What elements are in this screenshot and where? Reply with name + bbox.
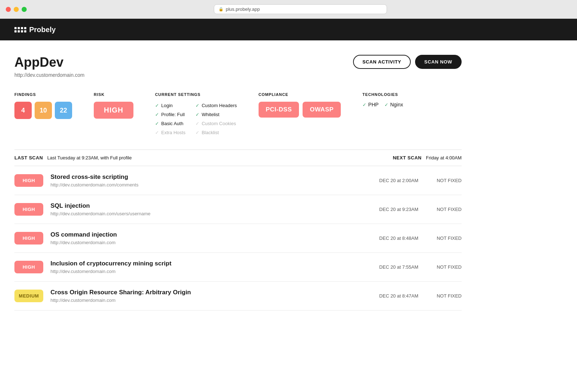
findings-low-badge: 22 [55,102,72,119]
current-settings-section: CURRENT SETTINGS ✓ Login ✓ Custom Header… [155,92,237,136]
scan-now-button[interactable]: SCAN NOW [415,55,462,69]
pci-dss-badge[interactable]: PCI-DSS [259,102,299,118]
finding-info: OS command injection http://dev.customer… [50,231,353,245]
finding-title: Cross Origin Resource Sharing: Arbitrary… [50,289,353,296]
risk-label: RISK [94,92,133,97]
setting-blacklist: ✓ Blacklist [195,129,237,136]
compliance-badges: PCI-DSS OWASP [259,102,341,118]
compliance-label: COMPLIANCE [259,92,341,97]
finding-date: DEC 20 at 7:55AM [361,264,418,270]
findings-list: HIGH Stored cross-site scripting http://… [14,166,462,310]
tech-nginx: ✓ Nginx [384,102,403,107]
finding-title: Stored cross-site scripting [50,173,353,181]
finding-info: Cross Origin Resource Sharing: Arbitrary… [50,289,353,303]
technologies-section: TECHNOLOGIES ✓ PHP ✓ Nginx [362,92,403,107]
finding-date: DEC 20 at 8:48AM [361,235,418,241]
finding-url: http://dev.customerdomain.com [50,269,353,274]
findings-high-badge: 4 [14,102,32,119]
header-actions: SCAN ACTIVITY SCAN NOW [353,55,462,69]
finding-status: NOT FIXED [426,293,462,299]
finding-title: OS command injection [50,231,353,238]
finding-url: http://dev.customerdomain.com [50,240,353,245]
findings-section: FINDINGS 4 10 22 [14,92,72,119]
check-icon: ✓ [362,102,366,107]
setting-extra-hosts: ✓ Extra Hosts [155,129,185,136]
check-icon: ✓ [155,112,159,117]
check-icon-disabled: ✓ [195,121,199,126]
top-nav: Probely [0,19,577,40]
last-scan-label: LAST SCAN [14,155,43,160]
logo[interactable]: Probely [14,26,56,34]
logo-icon [14,27,26,32]
minimize-button[interactable] [14,7,19,12]
finding-date: DEC 20 at 2:00AM [361,178,418,183]
stats-row: FINDINGS 4 10 22 RISK HIGH CURRENT SETTI… [14,92,462,136]
finding-row[interactable]: HIGH Inclusion of cryptocurrency mining … [14,253,462,282]
check-icon: ✓ [155,121,159,126]
risk-badge: HIGH [94,102,133,119]
risk-section: RISK HIGH [94,92,133,119]
lock-icon: 🔒 [219,7,224,12]
page-title: AppDev [14,55,84,70]
finding-date: DEC 20 at 8:47AM [361,293,418,299]
url-text: plus.probely.app [226,6,260,12]
technologies-label: TECHNOLOGIES [362,92,403,97]
check-icon: ✓ [195,103,199,108]
last-scan-value: Last Tuesday at 9:23AM, with Full profil… [47,155,132,160]
setting-profile-full: ✓ Profile: Full [155,111,185,118]
owasp-badge[interactable]: OWASP [303,102,341,118]
finding-title: SQL injection [50,202,353,210]
finding-row[interactable]: HIGH OS command injection http://dev.cus… [14,224,462,253]
finding-url: http://dev.customerdomain.com/users/user… [50,211,353,216]
finding-url: http://dev.customerdomain.com/comments [50,182,353,188]
current-settings-label: CURRENT SETTINGS [155,92,237,97]
check-icon: ✓ [384,102,388,107]
logo-text: Probely [29,26,56,34]
finding-status: NOT FIXED [426,235,462,241]
tech-php: ✓ PHP [362,102,379,107]
finding-info: Inclusion of cryptocurrency mining scrip… [50,260,353,274]
severity-badge: HIGH [14,203,43,216]
setting-custom-cookies: ✓ Custom Cookies [195,120,237,127]
next-scan-value: Friday at 4:00AM [426,155,462,160]
severity-badge: HIGH [14,232,43,245]
severity-badge: HIGH [14,174,43,187]
setting-whitelist: ✓ Whitelist [195,111,237,118]
finding-status: NOT FIXED [426,264,462,270]
check-icon-disabled: ✓ [155,130,159,135]
check-icon: ✓ [195,112,199,117]
window-chrome: 🔒 plus.probely.app [0,0,577,19]
address-bar[interactable]: 🔒 plus.probely.app [214,4,387,14]
severity-badge: HIGH [14,261,43,273]
check-icon: ✓ [155,103,159,108]
scan-activity-button[interactable]: SCAN ACTIVITY [353,55,411,69]
main-content: AppDev http://dev.customerdomain.com SCA… [0,40,476,325]
next-scan-info: NEXT SCAN Friday at 4:00AM [393,155,462,160]
settings-grid: ✓ Login ✓ Custom Headers ✓ Profile: Full… [155,102,237,136]
severity-badge: MEDIUM [14,290,43,302]
close-button[interactable] [6,7,11,12]
findings-medium-badge: 10 [35,102,52,119]
finding-title: Inclusion of cryptocurrency mining scrip… [50,260,353,267]
finding-row[interactable]: MEDIUM Cross Origin Resource Sharing: Ar… [14,282,462,310]
findings-label: FINDINGS [14,92,72,97]
next-scan-label: NEXT SCAN [393,155,422,160]
finding-row[interactable]: HIGH SQL injection http://dev.customerdo… [14,195,462,224]
setting-custom-headers: ✓ Custom Headers [195,102,237,109]
finding-url: http://dev.customerdomain.com [50,298,353,303]
tech-items: ✓ PHP ✓ Nginx [362,102,403,107]
page-header: AppDev http://dev.customerdomain.com SCA… [14,55,462,78]
finding-status: NOT FIXED [426,207,462,212]
setting-basic-auth: ✓ Basic Auth [155,120,185,127]
finding-status: NOT FIXED [426,178,462,183]
findings-badges: 4 10 22 [14,102,72,119]
check-icon-disabled: ✓ [195,130,199,135]
last-scan-info: LAST SCAN Last Tuesday at 9:23AM, with F… [14,155,132,160]
finding-date: DEC 20 at 9:23AM [361,207,418,212]
maximize-button[interactable] [22,7,27,12]
setting-login: ✓ Login [155,102,185,109]
title-section: AppDev http://dev.customerdomain.com [14,55,84,78]
compliance-section: COMPLIANCE PCI-DSS OWASP [259,92,341,118]
finding-row[interactable]: HIGH Stored cross-site scripting http://… [14,166,462,195]
page-subtitle: http://dev.customerdomain.com [14,72,84,78]
